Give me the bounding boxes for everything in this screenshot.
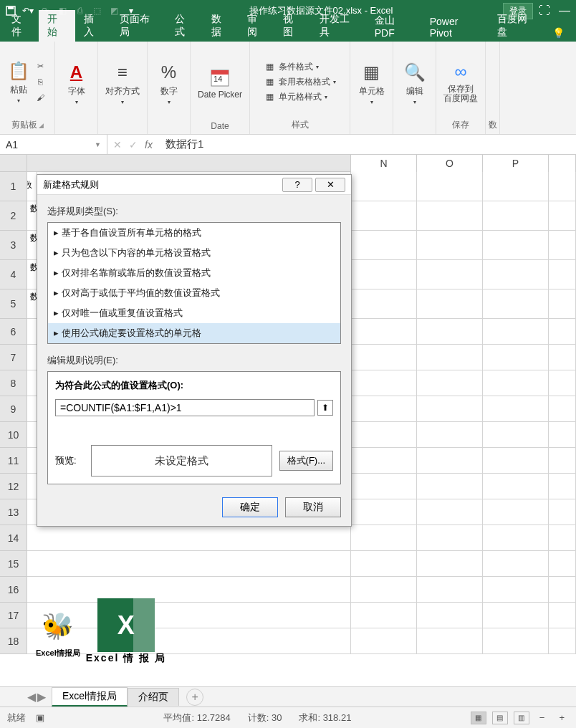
select-all-corner[interactable]: [0, 155, 27, 172]
svg-rect-1: [8, 6, 14, 9]
cancel-formula-icon[interactable]: ✕: [113, 139, 122, 150]
table-format-button[interactable]: ▦套用表格格式▾: [261, 75, 339, 89]
accept-formula-icon[interactable]: ✓: [129, 139, 138, 150]
rule-option[interactable]: ▸ 仅对高于或低于平均值的数值设置格式: [48, 283, 340, 303]
cells-icon: ▦: [360, 61, 383, 84]
dialog-launcher-icon[interactable]: ◢: [39, 122, 44, 129]
qat-icon-1[interactable]: ◧: [54, 3, 70, 19]
tab-baidu[interactable]: 百度网盘: [489, 10, 544, 42]
tab-review[interactable]: 审阅: [239, 10, 274, 42]
save-baidu-button[interactable]: ∞ 保存到 百度网盘: [443, 60, 478, 103]
name-box[interactable]: A1 ▼: [0, 135, 107, 154]
align-button[interactable]: ≡ 对齐方式 ▾: [105, 61, 140, 105]
formula-input-field[interactable]: =COUNTIF($A1:$F1,A1)>1: [55, 399, 315, 416]
row-header[interactable]: 16: [0, 577, 27, 603]
cancel-button[interactable]: 取消: [285, 497, 341, 517]
col-header-last[interactable]: [549, 155, 576, 172]
group-editing: 🔍 编辑 ▾: [393, 42, 436, 134]
rule-option[interactable]: ▸ 基于各自值设置所有单元格的格式: [48, 223, 340, 243]
tell-me-icon[interactable]: 💡: [544, 24, 573, 42]
ok-button[interactable]: 确定: [222, 497, 278, 517]
col-header-N[interactable]: N: [351, 155, 417, 172]
cut-icon[interactable]: ✂: [33, 59, 47, 72]
qat-icon-3[interactable]: ⬚: [89, 3, 105, 19]
tab-next-icon[interactable]: ▶: [37, 690, 46, 704]
editing-button[interactable]: 🔍 编辑 ▾: [403, 61, 426, 105]
number-button[interactable]: % 数字 ▾: [158, 61, 181, 105]
col-header-P[interactable]: P: [483, 155, 549, 172]
paste-button[interactable]: 📋 粘贴 ▾: [7, 59, 30, 104]
cells-button[interactable]: ▦ 单元格 ▾: [359, 61, 385, 105]
formula-input[interactable]: 数据行1: [158, 138, 576, 151]
date-picker-button[interactable]: 14 Date Picker: [198, 66, 242, 100]
row-header[interactable]: 12: [0, 474, 27, 499]
copy-icon[interactable]: ⎘: [33, 75, 47, 88]
row-header[interactable]: 10: [0, 422, 27, 448]
sheet-tab[interactable]: 介绍页: [128, 688, 179, 706]
rule-option[interactable]: ▸ 仅对唯一值或重复值设置格式: [48, 303, 340, 323]
redo-icon[interactable]: ↷: [37, 3, 53, 19]
cell-partial[interactable]: 数: [27, 231, 37, 260]
range-select-icon[interactable]: ⬆: [317, 400, 333, 416]
row-header[interactable]: 18: [0, 628, 27, 654]
rule-option[interactable]: ▸ 仅对排名靠前或靠后的数值设置格式: [48, 263, 340, 283]
font-button[interactable]: A 字体 ▾: [65, 61, 88, 105]
tab-powerpivot[interactable]: Power Pivot: [421, 13, 489, 42]
tab-pdf[interactable]: 金山PDF: [366, 11, 421, 42]
zoom-in-button[interactable]: +: [555, 712, 569, 723]
group-cells: ▦ 单元格 ▾: [350, 42, 393, 134]
tab-file[interactable]: 文件: [3, 10, 39, 42]
row-header[interactable]: 2: [0, 201, 27, 231]
macro-record-icon[interactable]: ▣: [36, 712, 44, 723]
tab-view[interactable]: 视图: [274, 10, 310, 42]
fx-icon[interactable]: fx: [145, 139, 153, 150]
close-button[interactable]: ✕: [315, 178, 345, 192]
tab-prev-icon[interactable]: ◀: [27, 690, 36, 704]
view-normal-icon[interactable]: ▦: [471, 712, 486, 724]
zoom-out-button[interactable]: −: [535, 712, 549, 723]
row-header[interactable]: 3: [0, 231, 27, 260]
row-header[interactable]: 17: [0, 603, 27, 628]
new-format-rule-dialog: 新建格式规则 ? ✕ 选择规则类型(S): ▸ 基于各自值设置所有单元格的格式 …: [37, 174, 352, 527]
cell-partial[interactable]: 数: [27, 201, 37, 231]
date-picker-label: Date Picker: [198, 90, 242, 100]
row-header[interactable]: 6: [0, 319, 27, 345]
row-header[interactable]: 11: [0, 448, 27, 474]
save-baidu-label: 保存到 百度网盘: [443, 85, 478, 103]
rule-option[interactable]: ▸ 只为包含以下内容的单元格设置格式: [48, 243, 340, 263]
cell-styles-button[interactable]: ▦单元格样式▾: [261, 90, 330, 104]
row-header[interactable]: 7: [0, 345, 27, 370]
cell-partial[interactable]: 数: [27, 172, 37, 201]
group-data-partial: 数: [486, 42, 500, 134]
row-header[interactable]: 1: [0, 172, 27, 201]
row-header[interactable]: 15: [0, 551, 27, 577]
tab-dev[interactable]: 开发工具: [311, 10, 366, 42]
row-header[interactable]: 8: [0, 370, 27, 396]
view-break-icon[interactable]: ▥: [514, 712, 529, 724]
cell-partial[interactable]: 数: [27, 260, 37, 289]
tab-formula[interactable]: 公式: [166, 10, 202, 42]
row-header[interactable]: 5: [0, 289, 27, 319]
dialog-titlebar[interactable]: 新建格式规则 ? ✕: [37, 175, 351, 195]
col-header-O[interactable]: O: [417, 155, 483, 172]
chevron-down-icon[interactable]: ▼: [95, 141, 101, 148]
view-layout-icon[interactable]: ▤: [492, 712, 508, 724]
chevron-down-icon: ▾: [168, 99, 171, 105]
format-button[interactable]: 格式(F)...: [279, 451, 333, 471]
help-button[interactable]: ?: [282, 178, 312, 192]
row-header[interactable]: 4: [0, 260, 27, 289]
sheet-tab-active[interactable]: Excel情报局: [52, 687, 128, 707]
conditional-format-button[interactable]: ▦条件格式▾: [261, 60, 322, 74]
qat-icon-4[interactable]: ◩: [106, 3, 122, 19]
format-painter-icon[interactable]: 🖌: [33, 91, 47, 104]
cell-partial[interactable]: 数: [27, 289, 37, 319]
formula-for-label: 为符合此公式的值设置格式(O):: [55, 379, 333, 392]
row-header[interactable]: 14: [0, 525, 27, 551]
tab-data[interactable]: 数据: [203, 10, 239, 42]
qat-icon-2[interactable]: ⎙: [72, 3, 87, 19]
minimize-icon[interactable]: —: [556, 2, 573, 19]
row-header[interactable]: 9: [0, 396, 27, 422]
row-header[interactable]: 13: [0, 499, 27, 525]
add-sheet-button[interactable]: +: [186, 689, 203, 706]
rule-option-selected[interactable]: ▸ 使用公式确定要设置格式的单元格: [48, 323, 340, 343]
